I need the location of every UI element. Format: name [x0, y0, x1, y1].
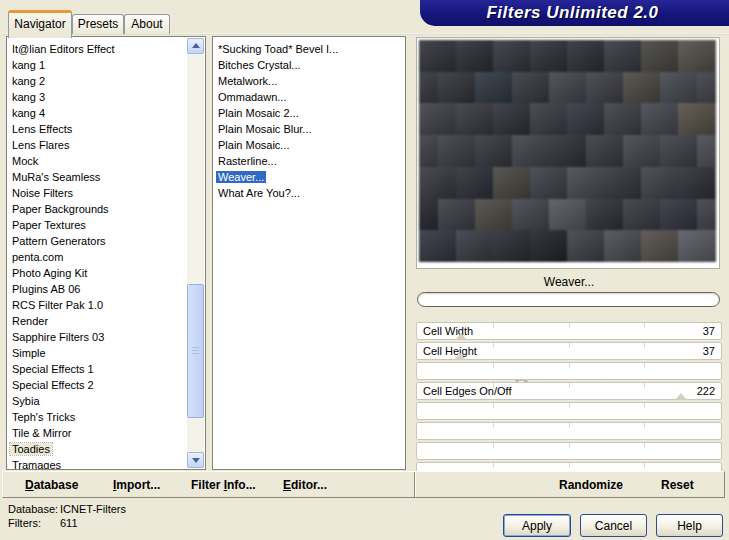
param-row-cell-edges-on-off[interactable]: Cell Edges On/Off222 — [416, 382, 722, 400]
list-item[interactable]: kang 2 — [7, 73, 187, 89]
apply-button[interactable]: Apply — [503, 514, 571, 537]
list-item[interactable]: MuRa's Seamless — [7, 169, 187, 185]
category-kang-4: kang 4 — [10, 107, 47, 119]
list-item[interactable]: Noise Filters — [7, 185, 187, 201]
arrow-down-icon — [192, 458, 200, 463]
list-item[interactable]: It@lian Editors Effect — [7, 41, 187, 57]
selected-filter-caption: Weaver... — [416, 275, 722, 289]
scrollbar-thumb[interactable] — [187, 284, 204, 418]
mosaic-cell — [697, 135, 716, 167]
list-item[interactable]: What Are You?... — [213, 185, 405, 201]
list-item[interactable]: Paper Backgrounds — [7, 201, 187, 217]
bottom-toolbar: DatabaseImport...Filter Info...Editor...… — [2, 471, 725, 498]
mosaic-cell — [567, 40, 604, 72]
mosaic-cell — [567, 103, 604, 135]
param-row-cell-height[interactable]: Cell Height37 — [416, 342, 722, 360]
toolbar-button-filter-info[interactable]: Filter Info... — [191, 478, 256, 492]
list-item[interactable]: kang 1 — [7, 57, 187, 73]
list-item[interactable]: Ommadawn... — [213, 89, 405, 105]
list-item[interactable]: Paper Textures — [7, 217, 187, 233]
list-item[interactable]: Teph's Tricks — [7, 409, 187, 425]
mosaic-cell — [697, 199, 716, 231]
filter-listbox[interactable]: *Sucking Toad* Bevel I...Bitches Crystal… — [212, 36, 406, 470]
filter-weaver: Weaver... — [216, 171, 266, 183]
mosaic-cell — [567, 167, 604, 199]
tab-presets[interactable]: Presets — [72, 14, 124, 34]
status-area: Database:ICNET-FiltersFilters:611 — [8, 502, 126, 530]
list-item[interactable]: Weaver... — [213, 169, 405, 185]
list-item[interactable]: Metalwork... — [213, 73, 405, 89]
toolbar-button-database[interactable]: Database — [25, 478, 78, 492]
param-row-empty — [416, 362, 722, 380]
category-kang-2: kang 2 — [10, 75, 47, 87]
mosaic-cell — [715, 230, 716, 262]
category-special-effects-2: Special Effects 2 — [10, 379, 96, 391]
category-scrollbar[interactable] — [187, 38, 204, 468]
mosaic-cell — [549, 135, 586, 167]
list-item[interactable]: Sapphire Filters 03 — [7, 329, 187, 345]
mosaic-cell — [604, 230, 641, 262]
slider-thumb-icon[interactable] — [455, 333, 467, 340]
list-item[interactable]: Lens Flares — [7, 137, 187, 153]
list-item[interactable]: Lens Effects — [7, 121, 187, 137]
status-row: Database:ICNET-Filters — [8, 502, 126, 516]
category-mura-s-seamless: MuRa's Seamless — [10, 171, 102, 183]
category-mock: Mock — [10, 155, 40, 167]
toolbar-button-import[interactable]: Import... — [113, 478, 160, 492]
list-item[interactable]: Photo Aging Kit — [7, 265, 187, 281]
mosaic-cell — [419, 72, 438, 104]
list-item[interactable]: kang 3 — [7, 89, 187, 105]
tab-navigator[interactable]: Navigator — [8, 10, 72, 38]
help-button[interactable]: Help — [656, 514, 723, 537]
mosaic-cell — [678, 167, 715, 199]
mosaic-cell — [604, 167, 641, 199]
list-item[interactable]: kang 4 — [7, 105, 187, 121]
category-lens-flares: Lens Flares — [10, 139, 71, 151]
list-item[interactable]: Plain Mosaic... — [213, 137, 405, 153]
list-item[interactable]: Simple — [7, 345, 187, 361]
list-item[interactable]: Tramages — [7, 457, 187, 470]
scroll-down-button[interactable] — [187, 452, 204, 468]
slider-thumb-icon[interactable] — [675, 393, 687, 400]
list-item[interactable]: *Sucking Toad* Bevel I... — [213, 41, 405, 57]
list-item[interactable]: Plugins AB 06 — [7, 281, 187, 297]
category-noise-filters: Noise Filters — [10, 187, 75, 199]
mosaic-cell — [641, 230, 678, 262]
mosaic-cell — [456, 103, 493, 135]
list-item[interactable]: RCS Filter Pak 1.0 — [7, 297, 187, 313]
toolbar-button-randomize[interactable]: Randomize — [559, 478, 623, 492]
list-item[interactable]: Sybia — [7, 393, 187, 409]
list-item[interactable]: Pattern Generators — [7, 233, 187, 249]
list-item[interactable]: Render — [7, 313, 187, 329]
list-item[interactable]: Mock — [7, 153, 187, 169]
category-teph-s-tricks: Teph's Tricks — [10, 411, 77, 423]
list-item[interactable]: Bitches Crystal... — [213, 57, 405, 73]
parameter-sliders: Pinuccia www.maidiregrafica.eu Cell Widt… — [416, 322, 722, 470]
list-item[interactable]: Plain Mosaic Blur... — [213, 121, 405, 137]
list-item[interactable]: Special Effects 1 — [7, 361, 187, 377]
param-row-cell-width[interactable]: Cell Width37 — [416, 322, 722, 340]
preview-frame — [416, 37, 720, 269]
list-item[interactable]: Plain Mosaic 2... — [213, 105, 405, 121]
category-plugins-ab-06: Plugins AB 06 — [10, 283, 83, 295]
filter-sucking-toad-bevel-i: *Sucking Toad* Bevel I... — [216, 43, 340, 55]
list-item[interactable]: Tile & Mirror — [7, 425, 187, 441]
list-item[interactable]: Toadies — [7, 441, 187, 457]
mosaic-cell — [512, 199, 549, 231]
cancel-button[interactable]: Cancel — [580, 514, 647, 537]
list-item[interactable]: Rasterline... — [213, 153, 405, 169]
mosaic-cell — [586, 135, 623, 167]
slider-thumb-icon[interactable] — [454, 353, 466, 360]
list-item[interactable]: Special Effects 2 — [7, 377, 187, 393]
mosaic-cell — [456, 230, 493, 262]
toolbar-button-reset[interactable]: Reset — [661, 478, 694, 492]
category-simple: Simple — [10, 347, 48, 359]
scroll-up-button[interactable] — [187, 38, 204, 54]
list-item[interactable]: penta.com — [7, 249, 187, 265]
filter-plain-mosaic-blur: Plain Mosaic Blur... — [216, 123, 314, 135]
toolbar-button-editor[interactable]: Editor... — [283, 478, 327, 492]
tab-about[interactable]: About — [124, 14, 170, 34]
category-listbox[interactable]: It@lian Editors Effectkang 1kang 2kang 3… — [6, 36, 206, 470]
mosaic-cell — [475, 199, 512, 231]
category-paper-backgrounds: Paper Backgrounds — [10, 203, 111, 215]
